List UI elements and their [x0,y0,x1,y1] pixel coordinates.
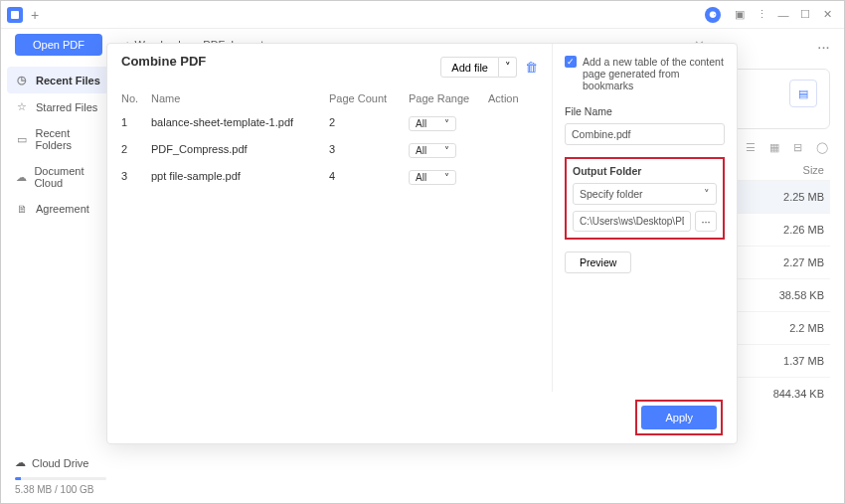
table-row[interactable]: 1balance-sheet-template-1.pdf2All˅ [121,110,538,137]
modal-options-panel: ✓ Add a new table of the content page ge… [552,44,737,392]
template-icon: ▤ [789,80,817,107]
col-page-count: Page Count [329,92,409,104]
minimize-button[interactable]: — [772,4,794,26]
quota-text: 5.38 MB / 100 GB [15,484,106,495]
output-folder-value: Specify folder [580,188,643,200]
page-range-select[interactable]: All˅ [409,116,456,131]
apply-highlight: Apply [635,400,723,435]
cell-name: PDF_Compress.pdf [151,143,329,158]
open-pdf-button[interactable]: Open PDF [15,34,102,56]
cell-no: 3 [121,170,151,185]
sidebar-item-recent-folders[interactable]: ▭Recent Folders [1,120,120,158]
table-row[interactable]: 3ppt file-sample.pdf4All˅ [121,164,538,191]
page-range-select[interactable]: All˅ [409,170,456,185]
cell-name: ppt file-sample.pdf [151,170,329,185]
sidebar-item-starred-files[interactable]: ☆Starred Files [1,93,120,120]
cell-no: 1 [121,116,151,131]
output-folder-highlight: Output Folder Specify folder ˅ ··· [565,157,725,240]
trash-icon[interactable]: 🗑 [525,60,538,75]
file-size: 1.37 MB [755,355,824,367]
preview-button[interactable]: Preview [565,252,631,273]
file-name-label: File Name [565,105,725,117]
sidebar-item-label: Recent Folders [35,127,106,151]
sidebar-item-label: Recent Files [36,75,100,86]
combine-pdf-modal: Combine PDF Add file ˅ 🗑 No. Name Page C… [106,43,738,444]
new-tab-button[interactable]: + [31,7,39,23]
bookmark-checkbox-row[interactable]: ✓ Add a new table of the content page ge… [565,56,725,91]
close-button[interactable]: ✕ [816,4,838,26]
sidebar-item-label: Agreement [36,203,89,215]
chevron-down-icon: ˅ [444,145,449,156]
cloud-drive-footer: ☁Cloud Drive 5.38 MB / 100 GB [1,448,120,503]
view-list-icon[interactable]: ☰ [746,141,756,154]
view-compact-icon[interactable]: ⊟ [793,141,802,154]
cell-page-count: 4 [329,170,409,185]
col-page-range: Page Range [409,92,488,104]
browse-path-button[interactable]: ··· [695,211,717,232]
more-menu[interactable]: ... [818,39,830,51]
chevron-down-icon: ˅ [444,118,449,129]
view-grid-icon[interactable]: ▦ [769,141,779,154]
star-icon: ☆ [15,100,29,113]
view-refresh-icon[interactable]: ◯ [816,141,828,154]
sidebar-item-recent-files[interactable]: ◷Recent Files [7,67,114,93]
maximize-button[interactable]: ☐ [794,4,816,26]
file-name-input[interactable] [565,123,725,145]
output-folder-select[interactable]: Specify folder ˅ [573,183,717,205]
folder-icon: ▭ [15,133,28,146]
cell-page-count: 3 [329,143,409,158]
sidebar-item-agreement[interactable]: 🗎Agreement [1,196,120,222]
file-size: 2.26 MB [755,224,824,236]
file-size: 2.2 MB [755,322,824,334]
file-size: 2.27 MB [755,256,824,268]
col-name: Name [151,92,329,104]
add-file-button[interactable]: Add file [440,57,499,78]
app-logo-icon [7,7,23,23]
sidebar-item-document-cloud[interactable]: ☁Document Cloud [1,158,120,196]
cell-no: 2 [121,143,151,158]
file-size: 38.58 KB [755,289,824,301]
output-path-input[interactable] [573,211,691,232]
app-action-icon[interactable]: ▣ [729,4,751,26]
checkbox-icon[interactable]: ✓ [565,56,577,68]
user-avatar[interactable]: ⚈ [705,7,721,23]
chevron-down-icon: ˅ [444,172,449,183]
svg-rect-0 [11,11,19,19]
bookmark-label: Add a new table of the content page gene… [583,56,725,91]
cell-name: balance-sheet-template-1.pdf [151,116,329,131]
page-range-select[interactable]: All˅ [409,143,456,158]
add-file-split-button[interactable]: Add file ˅ [440,57,517,78]
modal-title: Combine PDF [121,54,206,69]
add-file-dropdown[interactable]: ˅ [499,57,517,78]
sidebar: ◷Recent Files ☆Starred Files ▭Recent Fol… [1,61,120,473]
apply-button[interactable]: Apply [641,406,717,429]
cloud-icon: ☁ [15,456,26,469]
table-row[interactable]: 2PDF_Compress.pdf3All˅ [121,137,538,164]
kebab-icon[interactable]: ⋮ [751,4,772,26]
col-action: Action [488,92,538,104]
sidebar-item-label: Starred Files [36,101,97,113]
quota-bar [15,477,106,480]
window-chrome: + ⚈ ▣ ⋮ — ☐ ✕ [1,1,844,29]
output-folder-label: Output Folder [573,165,717,177]
chevron-down-icon: ˅ [704,188,710,200]
combine-table: No. Name Page Count Page Range Action 1b… [121,86,538,191]
cloud-drive-label[interactable]: ☁Cloud Drive [15,456,106,469]
file-size: 2.25 MB [755,191,824,203]
clock-icon: ◷ [15,74,29,86]
cell-page-count: 2 [329,116,409,131]
sidebar-item-label: Document Cloud [34,165,106,189]
cloud-icon: ☁ [15,171,27,184]
document-icon: 🗎 [15,203,29,215]
col-no: No. [121,92,151,104]
file-size: 844.34 KB [755,388,824,400]
